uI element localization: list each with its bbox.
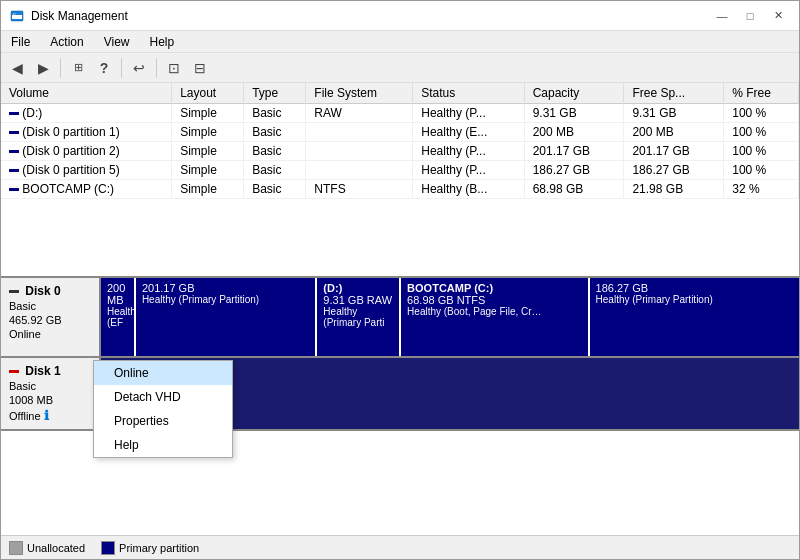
disk-bar-icon — [9, 150, 19, 153]
table-row[interactable]: (D:)SimpleBasicRAWHealthy (P...9.31 GB9.… — [1, 104, 799, 123]
col-type[interactable]: Type — [244, 83, 306, 104]
cell-type: Basic — [244, 161, 306, 180]
cell-layout: Simple — [172, 142, 244, 161]
cell-layout: Simple — [172, 104, 244, 123]
cell-volume: (Disk 0 partition 2) — [1, 142, 172, 161]
disk0-status: Online — [9, 328, 91, 340]
maximize-button[interactable]: □ — [737, 6, 763, 26]
cell-status: Healthy (E... — [413, 123, 524, 142]
table-row[interactable]: (Disk 0 partition 1)SimpleBasicHealthy (… — [1, 123, 799, 142]
disk-management-window: Disk Management — □ ✕ File Action View H… — [0, 0, 800, 560]
refresh-button[interactable]: ↩ — [127, 56, 151, 80]
properties-button[interactable]: ⊞ — [66, 56, 90, 80]
col-free[interactable]: Free Sp... — [624, 83, 724, 104]
disk-bar-icon — [9, 131, 19, 134]
col-capacity[interactable]: Capacity — [524, 83, 624, 104]
disk0-name: Disk 0 — [9, 284, 91, 298]
cell-volume: (D:) — [1, 104, 172, 123]
disk1-size: 1008 MB — [9, 394, 91, 406]
col-layout[interactable]: Layout — [172, 83, 244, 104]
disk-bar-icon — [9, 188, 19, 191]
disk1-status: Offline ℹ — [9, 408, 91, 423]
legend-primary-label: Primary partition — [119, 542, 199, 554]
cell-layout: Simple — [172, 161, 244, 180]
cell-pct_free: 100 % — [724, 123, 799, 142]
cell-capacity: 186.27 GB — [524, 161, 624, 180]
partition-bootcamp[interactable]: BOOTCAMP (C:) 68.98 GB NTFS Healthy (Boo… — [401, 278, 589, 356]
cell-free: 186.27 GB — [624, 161, 724, 180]
legend-primary-box — [101, 541, 115, 555]
cell-free: 9.31 GB — [624, 104, 724, 123]
svg-point-4 — [14, 13, 15, 14]
forward-button[interactable]: ▶ — [31, 56, 55, 80]
col-filesystem[interactable]: File System — [306, 83, 413, 104]
table-row[interactable]: (Disk 0 partition 2)SimpleBasicHealthy (… — [1, 142, 799, 161]
cell-capacity: 68.98 GB — [524, 180, 624, 199]
col-volume[interactable]: Volume — [1, 83, 172, 104]
cell-capacity: 9.31 GB — [524, 104, 624, 123]
menu-file[interactable]: File — [1, 33, 40, 50]
menu-help[interactable]: Help — [140, 33, 185, 50]
part-efi-size: 200 MB — [107, 282, 128, 306]
close-button[interactable]: ✕ — [765, 6, 791, 26]
cell-filesystem: NTFS — [306, 180, 413, 199]
disk0-row: Disk 0 Basic 465.92 GB Online 200 MB Hea… — [1, 278, 799, 358]
col-status[interactable]: Status — [413, 83, 524, 104]
menu-bar: File Action View Help — [1, 31, 799, 53]
cell-pct_free: 32 % — [724, 180, 799, 199]
part-d-label: Healthy (Primary Parti — [323, 306, 393, 328]
disk1-type: Basic — [9, 380, 91, 392]
col-pct[interactable]: % Free — [724, 83, 799, 104]
volume-table: Volume Layout Type File System Status Ca… — [1, 83, 799, 199]
cell-status: Healthy (B... — [413, 180, 524, 199]
part-boot-label: Healthy (Boot, Page File, Cr… — [407, 306, 581, 317]
cell-capacity: 201.17 GB — [524, 142, 624, 161]
disk1-label: Disk 1 Basic 1008 MB Offline ℹ — [1, 358, 101, 429]
partition-d[interactable]: (D:) 9.31 GB RAW Healthy (Primary Parti — [317, 278, 401, 356]
disk-bar-icon — [9, 112, 19, 115]
cell-capacity: 200 MB — [524, 123, 624, 142]
cell-filesystem — [306, 142, 413, 161]
context-menu-help[interactable]: Help — [94, 433, 232, 457]
title-bar: Disk Management — □ ✕ — [1, 1, 799, 31]
help-toolbar-button[interactable]: ? — [92, 56, 116, 80]
svg-point-3 — [13, 13, 14, 14]
partition-last[interactable]: 186.27 GB Healthy (Primary Partition) — [590, 278, 799, 356]
table-row[interactable]: (Disk 0 partition 5)SimpleBasicHealthy (… — [1, 161, 799, 180]
cell-type: Basic — [244, 104, 306, 123]
view2-button[interactable]: ⊟ — [188, 56, 212, 80]
part-boot-name: BOOTCAMP (C:) — [407, 282, 581, 294]
part-d-size: 9.31 GB RAW — [323, 294, 393, 306]
cell-filesystem — [306, 123, 413, 142]
legend-unallocated-label: Unallocated — [27, 542, 85, 554]
context-menu-detach-vhd[interactable]: Detach VHD — [94, 385, 232, 409]
view1-button[interactable]: ⊡ — [162, 56, 186, 80]
partition-efi[interactable]: 200 MB Healthy (EF — [101, 278, 136, 356]
legend-primary: Primary partition — [101, 541, 199, 555]
table-row[interactable]: BOOTCAMP (C:)SimpleBasicNTFSHealthy (B..… — [1, 180, 799, 199]
minimize-button[interactable]: — — [709, 6, 735, 26]
part-last-size: 186.27 GB — [596, 282, 793, 294]
disk0-type: Basic — [9, 300, 91, 312]
part-efi-label: Healthy (EF — [107, 306, 128, 328]
info-icon: ℹ — [44, 408, 49, 423]
cell-pct_free: 100 % — [724, 142, 799, 161]
cell-volume: (Disk 0 partition 5) — [1, 161, 172, 180]
context-menu-properties[interactable]: Properties — [94, 409, 232, 433]
context-menu: Online Detach VHD Properties Help — [93, 360, 233, 458]
partition-main[interactable]: 201.17 GB Healthy (Primary Partition) — [136, 278, 317, 356]
menu-action[interactable]: Action — [40, 33, 93, 50]
cell-volume: BOOTCAMP (C:) — [1, 180, 172, 199]
legend-unallocated-box — [9, 541, 23, 555]
cell-pct_free: 100 % — [724, 161, 799, 180]
cell-free: 21.98 GB — [624, 180, 724, 199]
back-button[interactable]: ◀ — [5, 56, 29, 80]
cell-filesystem — [306, 161, 413, 180]
disk1-name: Disk 1 — [9, 364, 91, 378]
cell-type: Basic — [244, 142, 306, 161]
cell-free: 201.17 GB — [624, 142, 724, 161]
disk0-size: 465.92 GB — [9, 314, 91, 326]
part-main-size: 201.17 GB — [142, 282, 309, 294]
menu-view[interactable]: View — [94, 33, 140, 50]
context-menu-online[interactable]: Online — [94, 361, 232, 385]
